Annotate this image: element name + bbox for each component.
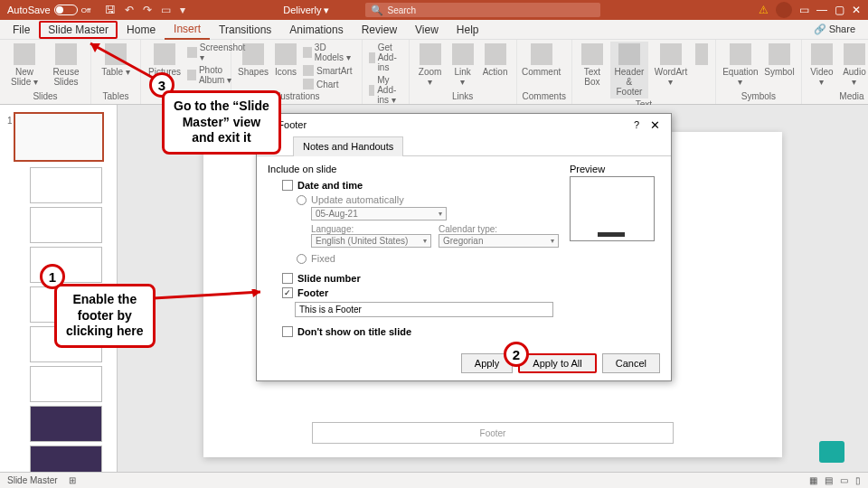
accessibility-icon[interactable]: ⊞ <box>69 475 76 485</box>
layout-thumbnail[interactable] <box>30 406 102 442</box>
search-icon: 🔍 <box>371 5 383 16</box>
audio-icon <box>844 43 865 65</box>
zoom-button[interactable]: Zoom ▾ <box>415 42 446 89</box>
close-icon[interactable]: ✕ <box>852 4 861 16</box>
group-comments: Comment Comments <box>517 40 572 104</box>
tab-help[interactable]: Help <box>448 21 488 39</box>
undo-icon[interactable]: ↶ <box>125 4 134 16</box>
view-normal-icon[interactable]: ▦ <box>809 475 817 485</box>
help-icon[interactable]: ? <box>634 119 639 130</box>
share-button[interactable]: 🔗 Share <box>805 22 864 37</box>
comment-button[interactable]: Comment <box>523 42 561 79</box>
ribbon-options-icon[interactable]: ▭ <box>799 4 809 16</box>
table-button[interactable]: Table ▾ <box>97 42 135 79</box>
autosave-toggle[interactable]: AutoSave Off <box>0 5 98 15</box>
tab-animations[interactable]: Animations <box>280 21 352 39</box>
wordart-button[interactable]: WordArt ▾ <box>652 42 690 89</box>
store-icon <box>369 52 374 63</box>
header-footer-dialog: nd Footer ? ✕ Slide Notes and Handouts I… <box>256 113 672 381</box>
dialog-tab-notes[interactable]: Notes and Handouts <box>293 136 403 156</box>
video-button[interactable]: Video ▾ <box>807 42 836 89</box>
get-addins-button[interactable]: Get Add-ins <box>368 42 402 73</box>
annotation-2-circle: 2 <box>504 342 529 367</box>
document-title[interactable]: Deliverly ▾ <box>283 5 329 16</box>
redo-icon[interactable]: ↷ <box>143 4 152 16</box>
footer-placeholder[interactable]: Footer <box>312 422 674 444</box>
tab-slide-master[interactable]: Slide Master <box>39 21 118 39</box>
action-button[interactable]: Action <box>480 42 511 79</box>
footer-text-input[interactable] <box>295 302 553 317</box>
slide-number-checkbox[interactable]: Slide number <box>282 271 559 286</box>
tab-file[interactable]: File <box>4 21 39 39</box>
save-icon[interactable]: 🖫 <box>105 4 116 16</box>
dont-show-checkbox[interactable]: Don't show on title slide <box>282 324 559 339</box>
update-auto-radio[interactable]: Update automatically <box>297 192 559 207</box>
fixed-radio[interactable]: Fixed <box>297 251 559 266</box>
chart-button[interactable]: Chart <box>302 78 356 90</box>
reuse-slides-button[interactable]: Reuse Slides <box>47 42 85 89</box>
icons-button[interactable]: Icons <box>273 42 298 79</box>
textbox-button[interactable]: Text Box <box>578 42 607 89</box>
3dmodels-button[interactable]: 3D Models ▾ <box>302 42 356 63</box>
action-icon <box>485 43 506 65</box>
date-select[interactable]: 05-Aug-21▾ <box>311 207 447 221</box>
zoom-icon <box>420 43 441 65</box>
smartart-button[interactable]: SmartArt <box>302 64 356 77</box>
floating-action-button[interactable] <box>819 441 844 463</box>
shapes-button[interactable]: Shapes <box>237 42 269 79</box>
link-button[interactable]: Link ▾ <box>449 42 476 89</box>
calendar-select[interactable]: Gregorian▾ <box>439 234 559 248</box>
more-icon[interactable]: ▾ <box>180 4 185 16</box>
master-thumbnail[interactable] <box>14 112 104 162</box>
video-icon <box>811 43 833 65</box>
view-sorter-icon[interactable]: ▤ <box>825 475 833 485</box>
shapes-icon <box>242 43 264 65</box>
annotation-3-box: Go to the “SlideMaster” viewand exit it <box>162 90 281 155</box>
search-bar[interactable]: 🔍 <box>365 3 600 17</box>
view-reading-icon[interactable]: ▭ <box>840 475 848 485</box>
tab-home[interactable]: Home <box>118 21 165 39</box>
view-slideshow-icon[interactable]: ▯ <box>855 475 861 485</box>
group-symbols: Equation ▾ Symbol Symbols <box>716 40 802 104</box>
my-addins-button[interactable]: My Add-ins ▾ <box>368 74 402 106</box>
chevron-down-icon: ▾ <box>423 237 427 245</box>
language-select[interactable]: English (United States)▾ <box>311 234 431 248</box>
dialog-title: nd Footer <box>264 119 634 130</box>
layout-thumbnail[interactable] <box>30 207 102 243</box>
cancel-button[interactable]: Cancel <box>602 353 660 373</box>
new-slide-button[interactable]: New Slide ▾ <box>5 42 43 89</box>
symbol-button[interactable]: Symbol <box>763 42 796 79</box>
minimize-icon[interactable]: — <box>816 4 827 16</box>
close-dialog-icon[interactable]: ✕ <box>646 118 664 132</box>
warning-icon[interactable]: ⚠ <box>759 4 769 16</box>
user-avatar[interactable] <box>776 2 792 18</box>
chevron-down-icon: ▾ <box>551 237 554 245</box>
pictures-icon <box>154 43 175 65</box>
group-links: Zoom ▾ Link ▾ Action Links <box>410 40 517 104</box>
screenshot-icon <box>187 47 197 58</box>
footer-checkbox[interactable]: Footer <box>282 286 559 300</box>
autosave-label: AutoSave <box>7 5 51 15</box>
date-time-checkbox[interactable]: Date and time <box>282 178 559 192</box>
layout-thumbnail[interactable] <box>30 167 102 203</box>
slideshow-icon[interactable]: ▭ <box>161 4 171 16</box>
link-icon <box>452 43 474 65</box>
maximize-icon[interactable]: ▢ <box>835 4 844 16</box>
tab-review[interactable]: Review <box>353 21 406 39</box>
layout-thumbnail[interactable] <box>30 446 102 472</box>
audio-button[interactable]: Audio ▾ <box>840 42 868 89</box>
tab-transitions[interactable]: Transitions <box>210 21 280 39</box>
tab-view[interactable]: View <box>406 21 448 39</box>
tab-insert[interactable]: Insert <box>165 20 210 40</box>
search-input[interactable] <box>387 5 595 15</box>
addins-icon <box>369 85 374 96</box>
equation-button[interactable]: Equation ▾ <box>722 42 760 89</box>
header-footer-button[interactable]: Header & Footer <box>610 42 648 99</box>
layout-thumbnail[interactable] <box>30 366 102 402</box>
titlebar-right: ⚠ ▭ — ▢ ✕ <box>751 2 868 18</box>
toggle-icon <box>54 5 78 15</box>
status-mode: Slide Master <box>7 475 58 485</box>
wordart-icon <box>660 43 682 65</box>
title-bar: AutoSave Off 🖫 ↶ ↷ ▭ ▾ Deliverly ▾ 🔍 ⚠ ▭… <box>0 0 868 20</box>
apply-to-all-button[interactable]: Apply to All <box>518 353 596 373</box>
